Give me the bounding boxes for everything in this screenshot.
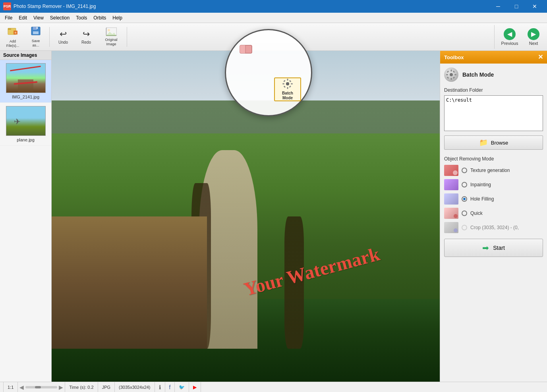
next-label: Next <box>529 41 538 46</box>
source-panel-header: Source Images <box>0 51 51 60</box>
mode-crop: Crop (3035, 3024) - (0, <box>444 222 543 233</box>
object-removing-mode-section: Object Removing Mode Texture generation … <box>444 156 543 233</box>
destination-folder-label: Destination Folder <box>444 87 543 93</box>
hole-filling-radio[interactable] <box>462 196 467 202</box>
quick-label: Quick <box>470 210 483 216</box>
redo-button[interactable]: ↪ Redo <box>75 25 97 49</box>
batch-mode-header: Batch Mode <box>444 68 543 82</box>
svg-rect-26 <box>451 70 452 71</box>
source-item-1-label: IMG_2141.jpg <box>12 95 39 99</box>
toolbar-separator-1 <box>49 27 50 47</box>
toolbox-content: Batch Mode Destination Folder C:\result … <box>440 64 547 382</box>
texture-label: Texture generation <box>470 168 510 173</box>
svg-rect-7 <box>37 27 38 29</box>
next-icon: ▶ <box>528 28 539 40</box>
twitter-icon[interactable]: 🐦 <box>175 382 189 392</box>
save-as-button[interactable]: Saveas... <box>25 25 47 49</box>
format-display: JPG <box>98 382 115 392</box>
svg-rect-27 <box>451 78 452 80</box>
texture-generation-thumb <box>444 165 458 176</box>
undo-button[interactable]: ↩ Undo <box>52 25 74 49</box>
svg-text:+: + <box>14 31 17 35</box>
inpainting-radio[interactable] <box>462 182 467 187</box>
next-button[interactable]: ▶ Next <box>522 25 545 49</box>
menu-tools[interactable]: Tools <box>73 14 90 22</box>
svg-point-25 <box>450 73 453 76</box>
app-icon: PSR <box>3 2 11 10</box>
source-item-2[interactable]: ✈ plane.jpg <box>0 103 51 146</box>
menu-file[interactable]: File <box>2 14 15 22</box>
toolbar: + AddFile(s)... Saveas... ↩ Undo ↪ Redo <box>0 23 547 51</box>
svg-rect-14 <box>245 45 246 53</box>
add-files-label: AddFile(s)... <box>6 39 19 48</box>
source-images-panel: Source Images IMG_2141.jpg ✈ plane.jpg <box>0 51 52 382</box>
maximize-button[interactable]: □ <box>507 0 526 13</box>
zoom-level: 1:1 <box>3 382 18 392</box>
batch-gear-icon <box>282 78 293 90</box>
svg-rect-1 <box>8 28 11 30</box>
undo-label: Undo <box>58 40 68 45</box>
svg-rect-6 <box>33 31 39 34</box>
menu-edit[interactable]: Edit <box>15 14 30 22</box>
toolbox-title: Toolbox <box>444 54 464 60</box>
toolbox-panel: Toolbox ✕ <box>440 51 547 382</box>
batch-mode-button[interactable]: BatchMode <box>274 77 301 101</box>
mode-hole-filling[interactable]: Hole Filling <box>444 193 543 205</box>
thumbnail-img2: ✈ <box>6 106 45 135</box>
start-label: Start <box>493 245 505 251</box>
crop-radio <box>462 225 467 230</box>
svg-rect-24 <box>289 85 291 88</box>
status-bar: 1:1 ◀ ▶ Time (s): 0.2 JPG (3035x3024x24)… <box>0 382 547 392</box>
svg-rect-31 <box>453 71 455 73</box>
object-removing-mode-label: Object Removing Mode <box>444 156 543 162</box>
app-title: Photo Stamp Remover - IMG_2141.jpg <box>14 4 489 9</box>
time-display: Time (s): 0.2 <box>65 382 98 392</box>
menu-orbits[interactable]: Orbits <box>90 14 109 22</box>
start-icon: ➡ <box>482 243 489 253</box>
menu-view[interactable]: View <box>30 14 47 22</box>
svg-rect-13 <box>240 45 246 53</box>
batch-overlay: BatchMode <box>225 29 312 116</box>
mode-texture-generation[interactable]: Texture generation <box>444 165 543 176</box>
svg-rect-22 <box>289 80 292 82</box>
menu-help[interactable]: Help <box>109 14 126 22</box>
menu-selection[interactable]: Selection <box>47 14 73 22</box>
title-bar: PSR Photo Stamp Remover - IMG_2141.jpg ─… <box>0 0 547 13</box>
quick-radio[interactable] <box>462 210 467 216</box>
previous-button[interactable]: ◀ Previous <box>498 25 522 49</box>
add-files-icon: + <box>7 26 18 39</box>
close-button[interactable]: ✕ <box>526 0 544 13</box>
original-image-button[interactable]: OriginalImage <box>98 25 124 49</box>
source-item-1[interactable]: IMG_2141.jpg <box>0 60 51 103</box>
inpainting-label: Inpainting <box>470 182 491 187</box>
toolbox-close-button[interactable]: ✕ <box>538 54 543 60</box>
mode-inpainting[interactable]: Inpainting <box>444 179 543 190</box>
youtube-icon[interactable]: ▶ <box>189 382 201 392</box>
quick-thumb <box>444 208 458 219</box>
destination-folder-input[interactable]: C:\result <box>444 95 543 131</box>
save-icon <box>31 26 41 38</box>
redo-icon: ↪ <box>83 29 90 39</box>
svg-rect-23 <box>284 85 286 88</box>
window-controls: ─ □ ✕ <box>489 0 544 13</box>
browse-label: Browse <box>491 140 508 146</box>
facebook-icon[interactable]: f <box>165 382 175 392</box>
crop-thumb <box>444 222 458 233</box>
original-image-label: OriginalImage <box>105 38 117 46</box>
thumbnail-img1 <box>6 64 45 93</box>
dimensions-display: (3035x3024x24) <box>115 382 155 392</box>
inpainting-thumb <box>444 179 458 190</box>
previous-icon: ◀ <box>504 28 516 40</box>
browse-button[interactable]: 📁 Browse <box>444 135 543 150</box>
original-image-icon <box>106 27 117 37</box>
mode-quick[interactable]: Quick <box>444 208 543 219</box>
prev-next-area: ◀ Previous ▶ Next <box>494 25 545 49</box>
minimize-button[interactable]: ─ <box>489 0 507 13</box>
start-button[interactable]: ➡ Start <box>444 239 543 257</box>
texture-radio[interactable] <box>462 168 467 173</box>
menu-bar: File Edit View Selection Tools Orbits He… <box>0 13 547 23</box>
info-icon[interactable]: ℹ <box>155 382 165 392</box>
batch-mode-label: BatchMode <box>282 91 293 100</box>
add-files-button[interactable]: + AddFile(s)... <box>2 25 24 49</box>
toolbox-header: Toolbox ✕ <box>440 51 547 64</box>
